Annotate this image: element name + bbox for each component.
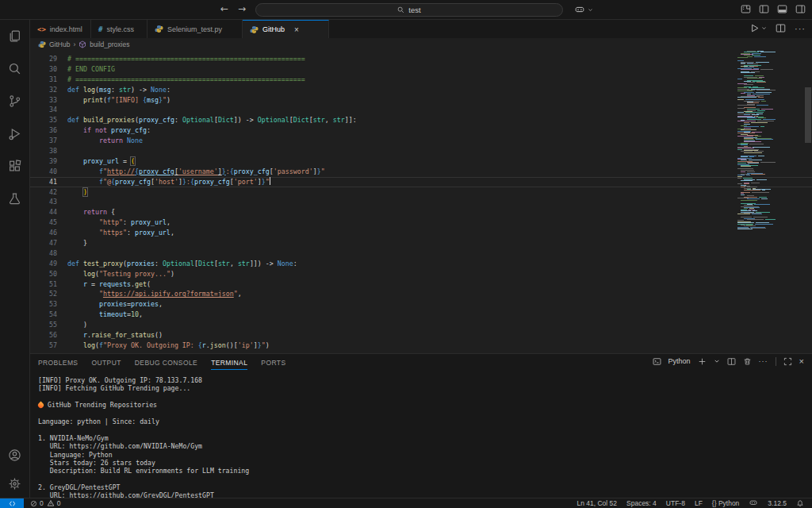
split-terminal-icon[interactable] [727, 357, 736, 366]
code-line[interactable]: 40f"http://{proxy_cfg['username']}:{prox… [30, 167, 812, 177]
code-editor[interactable]: 29# ====================================… [30, 51, 812, 353]
code-line[interactable]: 35def build_proxies(proxy_cfg: Optional[… [30, 115, 812, 125]
errors-indicator[interactable]: 0 [30, 499, 44, 507]
customize-layout-icon[interactable] [741, 4, 751, 14]
source-control-icon[interactable] [6, 91, 25, 110]
code-line[interactable]: 56r.raise_for_status() [30, 330, 812, 341]
code-line[interactable]: 29# ====================================… [30, 54, 812, 64]
panel-actions-divider [776, 357, 776, 366]
panel-tab-ports[interactable]: PORTS [261, 356, 285, 370]
html-icon: <> [37, 25, 46, 33]
encoding[interactable]: UTF-8 [666, 499, 685, 507]
code-line[interactable]: 42) [30, 187, 812, 198]
testing-icon[interactable] [6, 189, 25, 208]
line-number: 35 [30, 115, 57, 125]
code-line[interactable]: 36if not proxy_cfg: [30, 125, 812, 136]
copilot-icon [574, 4, 585, 15]
code-line[interactable]: 51r = requests.get( [30, 279, 812, 290]
line-number: 48 [30, 248, 57, 259]
indentation[interactable]: Spaces: 4 [626, 499, 657, 507]
terminal-line: Description: Build RL environments for L… [38, 467, 812, 475]
editor-scrollbar[interactable] [805, 87, 811, 143]
tab-selenium-test-py[interactable]: Selenium_test.py [147, 20, 243, 38]
new-terminal-icon[interactable] [698, 357, 707, 366]
breadcrumb-file[interactable]: GitHub [49, 40, 70, 48]
code-line[interactable]: 33print(f"[INFO] {msg}") [30, 95, 812, 106]
terminal-dropdown-icon[interactable] [714, 358, 720, 364]
search-input[interactable]: test [255, 3, 563, 17]
code-line[interactable]: 46"https": proxy_url, [30, 228, 812, 238]
code-line[interactable]: 34 [30, 105, 812, 115]
python-version[interactable]: 3.12.5 [768, 499, 787, 507]
minimap[interactable] [737, 51, 776, 233]
code-line[interactable]: 32def log(msg: str) -> None: [30, 85, 812, 95]
code-line[interactable]: 37return None [30, 136, 812, 146]
run-debug-icon[interactable] [6, 124, 25, 143]
code-line[interactable]: 47} [30, 238, 812, 248]
code-line[interactable]: 38 [30, 146, 812, 156]
line-content: f"@{proxy_cfg['host']}:{proxy_cfg['port'… [67, 177, 270, 187]
line-content: # ======================================… [67, 54, 305, 64]
code-line[interactable]: 30# END CONFIG [30, 64, 812, 75]
breadcrumb-symbol[interactable]: build_proxies [90, 40, 129, 48]
code-line[interactable]: 43 [30, 197, 812, 207]
more-actions-icon[interactable]: ··· [795, 24, 806, 33]
code-line[interactable]: 55) [30, 320, 812, 330]
line-number: 36 [30, 125, 57, 136]
settings-gear-icon[interactable] [6, 474, 25, 493]
terminal-line: Language: Python [38, 451, 812, 459]
maximize-panel-icon[interactable] [783, 357, 792, 366]
editor-tab-bar: <>index.html#style.cssSelenium_test.pyGi… [30, 20, 812, 38]
close-panel-icon[interactable]: × [799, 356, 804, 366]
panel-more-icon[interactable]: ··· [759, 357, 768, 365]
panel-tab-terminal[interactable]: TERMINAL [211, 356, 247, 370]
code-line[interactable]: 52"https://api.ipify.org?format=json", [30, 289, 812, 299]
split-editor-icon[interactable] [776, 23, 786, 33]
run-button[interactable] [749, 23, 767, 33]
code-line[interactable]: 44return { [30, 207, 812, 217]
code-line[interactable]: 48 [30, 248, 812, 259]
code-line[interactable]: 31# ====================================… [30, 75, 812, 85]
extensions-icon[interactable] [6, 156, 25, 175]
terminal-line: Stars today: 26 stars today [38, 459, 812, 467]
toggle-sidebar-icon[interactable] [759, 4, 769, 14]
account-icon[interactable] [6, 445, 25, 464]
tab-close-icon[interactable]: × [294, 25, 299, 34]
tab-github[interactable]: GitHub× [243, 20, 329, 38]
code-line[interactable]: 49def test_proxy(proxies: Optional[Dict[… [30, 259, 812, 269]
code-line[interactable]: 54timeout=10, [30, 310, 812, 320]
nav-forward-icon[interactable]: → [238, 3, 246, 14]
terminal-output[interactable]: [INFO] Proxy OK. Outgoing IP: 78.133.7.1… [30, 373, 812, 498]
code-line[interactable]: 53proxies=proxies, [30, 299, 812, 310]
tab-index-html[interactable]: <>index.html [30, 20, 91, 38]
explorer-icon[interactable] [6, 26, 25, 45]
cursor-position[interactable]: Ln 41, Col 52 [576, 499, 617, 507]
panel-header: PROBLEMSOUTPUTDEBUG CONSOLETERMINALPORTS… [30, 354, 812, 371]
code-line[interactable]: 50log("Testing proxy...") [30, 269, 812, 279]
remote-indicator[interactable] [0, 498, 24, 508]
code-line[interactable]: 45"http": proxy_url, [30, 217, 812, 228]
language-mode[interactable]: {} Python [712, 499, 740, 507]
code-line[interactable]: 57log(f"Proxy OK. Outgoing IP: {r.json()… [30, 341, 812, 351]
toggle-panel-icon[interactable] [777, 4, 787, 14]
line-content: ) [67, 320, 87, 330]
bell-icon[interactable] [796, 499, 804, 507]
panel-tab-debug-console[interactable]: DEBUG CONSOLE [135, 356, 197, 370]
search-sidebar-icon[interactable] [6, 59, 25, 78]
tab-style-css[interactable]: #style.css [91, 20, 147, 38]
toggle-secondary-sidebar-icon[interactable] [795, 4, 806, 14]
copilot-icon[interactable] [749, 499, 758, 507]
nav-back-icon[interactable]: ← [220, 3, 228, 14]
terminal-shell-label[interactable]: Python [668, 357, 691, 365]
tab-label: Selenium_test.py [167, 25, 222, 33]
eol[interactable]: LF [695, 499, 703, 507]
code-line[interactable]: 39proxy_url = ( [30, 156, 812, 167]
panel-tab-output[interactable]: OUTPUT [91, 356, 121, 370]
code-line[interactable]: 41f"@{proxy_cfg['host']}:{proxy_cfg['por… [30, 177, 812, 187]
copilot-menu[interactable] [574, 4, 593, 15]
kill-terminal-icon[interactable] [743, 357, 752, 366]
tab-label: index.html [50, 25, 82, 33]
warnings-indicator[interactable]: 0 [47, 499, 61, 507]
line-number: 51 [30, 279, 57, 290]
panel-tab-problems[interactable]: PROBLEMS [38, 356, 78, 370]
